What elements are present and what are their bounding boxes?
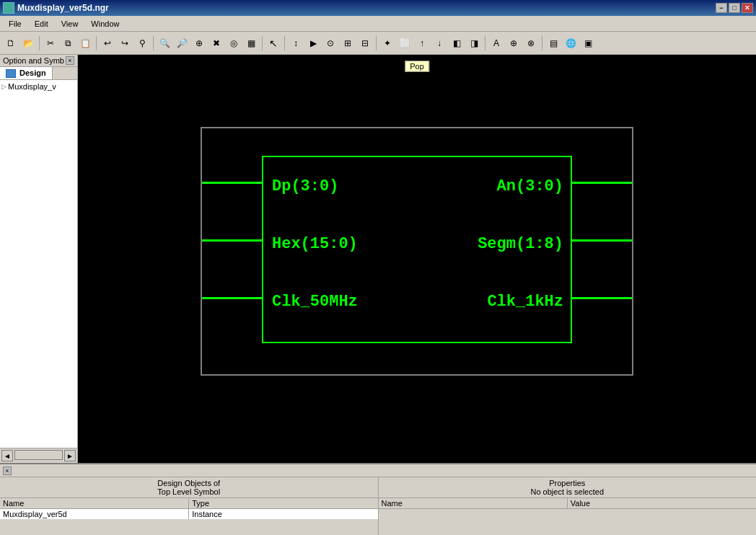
design-objects-cols: Name Type bbox=[0, 498, 378, 509]
design-objects-pane: Design Objects of Top Level Symbol Name … bbox=[0, 477, 379, 535]
pin-dp: Dp(3:0) bbox=[272, 177, 338, 195]
tb-sep1 bbox=[39, 36, 40, 50]
maximize-button[interactable]: □ bbox=[729, 3, 740, 13]
col-name: Name bbox=[0, 498, 189, 508]
toolbar: 🗋 📂 ✂ ⧉ 📋 ↩ ↪ ⚲ 🔍 🔎 ⊕ ✖ ◎ ▦ ↖ ↕ ▶ ⊙ ⊞ ⊟ … bbox=[0, 32, 756, 55]
canvas-area[interactable]: Pop Dp(3:0) An(3:0) Hex(15:0) Segm(1:8) … bbox=[78, 55, 756, 463]
wire-segm-right bbox=[572, 239, 632, 242]
tb-paste[interactable]: 📋 bbox=[77, 35, 93, 51]
wire-clk50-left bbox=[202, 297, 262, 299]
tb-zoom-prev[interactable]: ◎ bbox=[226, 35, 242, 51]
tb-zoom-sel[interactable]: ✖ bbox=[208, 35, 224, 51]
panel-close-button[interactable]: × bbox=[66, 56, 74, 65]
tb-select[interactable]: ↖ bbox=[265, 35, 281, 51]
tb-t17[interactable]: ▣ bbox=[580, 35, 596, 51]
bottom-panel-close[interactable]: × bbox=[3, 467, 12, 475]
tb-find[interactable]: ⚲ bbox=[134, 35, 150, 51]
tree-item-muxdisplay[interactable]: ▷ Muxdisplay_v bbox=[1, 81, 76, 92]
tb-t15[interactable]: ▤ bbox=[545, 35, 561, 51]
properties-cols: Name Value bbox=[379, 498, 757, 509]
app-icon bbox=[3, 2, 14, 14]
bottom-top-bar: × bbox=[0, 464, 756, 477]
design-object-name: Muxdisplay_ver5d bbox=[0, 509, 189, 519]
tb-t14[interactable]: ⊗ bbox=[523, 35, 539, 51]
schematic-outer-border: Dp(3:0) An(3:0) Hex(15:0) Segm(1:8) Clk_… bbox=[201, 127, 633, 376]
pin-clk1k: Clk_1kHz bbox=[487, 293, 563, 311]
close-button[interactable]: ✕ bbox=[742, 3, 753, 13]
tb-t11[interactable]: ◨ bbox=[466, 35, 482, 51]
panel-header: Option and Symb × bbox=[0, 55, 77, 67]
titlebar: Muxdisplay_ver5d.ngr − □ ✕ bbox=[0, 0, 756, 16]
titlebar-controls: − □ ✕ bbox=[716, 3, 753, 13]
pin-hex: Hex(15:0) bbox=[272, 235, 358, 253]
tb-t2[interactable]: ▶ bbox=[305, 35, 321, 51]
tb-zoom-in[interactable]: 🔍 bbox=[157, 35, 172, 51]
bottom-panel: × Design Objects of Top Level Symbol Nam… bbox=[0, 463, 756, 535]
tb-sep8 bbox=[542, 36, 542, 50]
tb-sep5 bbox=[284, 36, 285, 50]
panel-tab-design[interactable]: Design bbox=[0, 67, 53, 79]
menu-file[interactable]: File bbox=[3, 18, 27, 30]
tb-t6[interactable]: ✦ bbox=[379, 35, 395, 51]
tb-new[interactable]: 🗋 bbox=[3, 35, 19, 51]
tb-zoom-out[interactable]: 🔎 bbox=[174, 35, 190, 51]
tb-t5[interactable]: ⊟ bbox=[357, 35, 373, 51]
tb-sep4 bbox=[262, 36, 263, 50]
tb-sep3 bbox=[153, 36, 154, 50]
scroll-left-button[interactable]: ◄ bbox=[1, 450, 13, 461]
tb-sep7 bbox=[485, 36, 485, 50]
properties-pane: Properties No object is selected Name Va… bbox=[379, 477, 757, 535]
titlebar-left: Muxdisplay_ver5d.ngr bbox=[3, 2, 109, 14]
tb-t8[interactable]: ↑ bbox=[414, 35, 430, 51]
tb-t1[interactable]: ↕ bbox=[288, 35, 304, 51]
left-panel: Option and Symb × Design ▷ Muxdisplay_v … bbox=[0, 55, 78, 463]
tb-sep6 bbox=[376, 36, 377, 50]
design-objects-row[interactable]: Muxdisplay_ver5d Instance bbox=[0, 509, 378, 519]
tb-t13[interactable]: ⊕ bbox=[506, 35, 522, 51]
prop-col-value: Value bbox=[568, 498, 756, 508]
wire-an-right bbox=[572, 182, 632, 184]
design-objects-header: Design Objects of Top Level Symbol bbox=[0, 477, 378, 498]
menu-edit[interactable]: Edit bbox=[29, 18, 54, 30]
col-type: Type bbox=[189, 498, 377, 508]
horizontal-scrollbar[interactable] bbox=[14, 450, 63, 460]
tb-zoom-fit[interactable]: ⊕ bbox=[191, 35, 207, 51]
titlebar-title: Muxdisplay_ver5d.ngr bbox=[17, 3, 109, 13]
design-object-type: Instance bbox=[189, 509, 377, 519]
panel-title: Option and Symb bbox=[3, 56, 64, 65]
tb-t3[interactable]: ⊙ bbox=[322, 35, 338, 51]
minimize-button[interactable]: − bbox=[716, 3, 727, 13]
prop-col-name: Name bbox=[379, 498, 568, 508]
tree-item-label: Muxdisplay_v bbox=[8, 82, 56, 91]
panel-tabs: Design bbox=[0, 67, 77, 80]
tb-t9[interactable]: ↓ bbox=[431, 35, 447, 51]
tb-sep2 bbox=[96, 36, 97, 50]
tb-open[interactable]: 📂 bbox=[20, 35, 36, 51]
wire-clk1k-right bbox=[572, 297, 632, 299]
panel-scrollbar: ◄ ► bbox=[0, 448, 77, 463]
pop-tooltip: Pop bbox=[405, 61, 429, 72]
wire-dp-left bbox=[202, 182, 262, 184]
pin-an: An(3:0) bbox=[497, 177, 563, 195]
tb-cut[interactable]: ✂ bbox=[43, 35, 58, 51]
tb-t4[interactable]: ⊞ bbox=[340, 35, 356, 51]
bottom-content: Design Objects of Top Level Symbol Name … bbox=[0, 477, 756, 535]
menu-window[interactable]: Window bbox=[85, 18, 125, 30]
tb-grid[interactable]: ▦ bbox=[243, 35, 259, 51]
scroll-right-button[interactable]: ► bbox=[64, 450, 76, 461]
pin-segm: Segm(1:8) bbox=[478, 235, 563, 253]
tb-t12[interactable]: A bbox=[488, 35, 504, 51]
tb-t7[interactable]: ⬜ bbox=[397, 35, 413, 51]
main-area: Option and Symb × Design ▷ Muxdisplay_v … bbox=[0, 55, 756, 463]
schematic-component-box: Dp(3:0) An(3:0) Hex(15:0) Segm(1:8) Clk_… bbox=[262, 156, 572, 343]
tb-copy[interactable]: ⧉ bbox=[60, 35, 76, 51]
properties-header: Properties No object is selected bbox=[379, 477, 757, 498]
tb-t16[interactable]: 🌐 bbox=[563, 35, 579, 51]
tb-t10[interactable]: ◧ bbox=[449, 35, 465, 51]
menubar: File Edit View Window bbox=[0, 16, 756, 32]
panel-tree: ▷ Muxdisplay_v bbox=[0, 80, 77, 448]
wire-hex-left bbox=[202, 239, 262, 242]
tb-undo[interactable]: ↩ bbox=[100, 35, 115, 51]
tb-redo[interactable]: ↪ bbox=[117, 35, 133, 51]
menu-view[interactable]: View bbox=[56, 18, 84, 30]
